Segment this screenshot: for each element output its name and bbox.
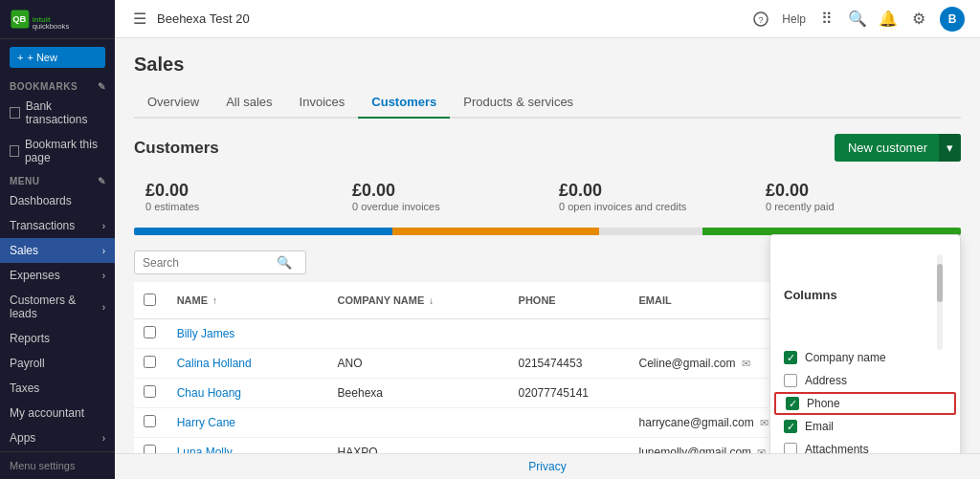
sidebar-item-customers-leads[interactable]: Customers & leads ›	[0, 288, 115, 326]
tab-invoices[interactable]: Invoices	[286, 87, 359, 119]
customers-title: Customers	[134, 139, 219, 158]
columns-popup: Columns ✓ Company name Address ✓ Phone	[769, 234, 961, 453]
customer-name[interactable]: Chau Hoang	[167, 379, 328, 408]
sidebar-item-my-accountant[interactable]: My accountant	[0, 401, 115, 425]
topbar-title: Beehexa Test 20	[157, 11, 250, 26]
customer-phone: 0215474453	[509, 349, 630, 379]
tab-overview[interactable]: Overview	[134, 87, 212, 119]
customer-name[interactable]: Billy James	[167, 319, 328, 349]
new-button[interactable]: + + New	[10, 47, 105, 68]
sidebar-item-expenses[interactable]: Expenses ›	[0, 263, 115, 288]
search-box[interactable]: 🔍	[134, 250, 306, 274]
popup-item-company-name[interactable]: ✓ Company name	[770, 346, 960, 369]
chevron-right-icon: ›	[102, 246, 105, 256]
search-input[interactable]	[143, 256, 277, 270]
logo: QB intuit quickbooks	[0, 0, 115, 39]
menu-header: MENU ✎	[0, 170, 115, 188]
footer: Privacy	[115, 453, 980, 479]
scrollbar-thumb[interactable]	[937, 264, 943, 302]
edit-icon[interactable]: ✎	[98, 176, 106, 186]
sidebar-item-sales[interactable]: Sales ›	[0, 238, 115, 263]
email-icon: ✉	[757, 446, 766, 453]
tab-products-services[interactable]: Products & services	[450, 87, 587, 119]
tabs: Overview All sales Invoices Customers Pr…	[134, 87, 961, 119]
popup-item-email[interactable]: ✓ Email	[770, 415, 960, 438]
sidebar-item-bookmark-page[interactable]: Bookmark this page	[0, 132, 115, 170]
checkbox-icon	[10, 107, 20, 119]
customer-phone: 02077745141	[509, 379, 630, 408]
sidebar-item-dashboards[interactable]: Dashboards	[0, 188, 115, 213]
dropdown-arrow-icon[interactable]: ▾	[939, 134, 961, 162]
tab-all-sales[interactable]: All sales	[212, 87, 285, 119]
content-area: Sales Overview All sales Invoices Custom…	[115, 38, 980, 453]
customer-name[interactable]: Harry Cane	[167, 408, 328, 438]
customer-company	[328, 408, 509, 438]
privacy-link[interactable]: Privacy	[528, 460, 566, 473]
customer-phone	[509, 408, 630, 438]
chevron-right-icon: ›	[102, 271, 105, 281]
popup-item-address[interactable]: Address	[770, 369, 960, 392]
gear-icon[interactable]: ⚙	[909, 10, 928, 29]
bar-orange	[392, 228, 599, 235]
col-header-name[interactable]: NAME ↑	[167, 282, 328, 319]
row-checkbox[interactable]	[144, 356, 156, 368]
checkbox-address[interactable]	[784, 374, 797, 387]
search-icon: 🔍	[277, 255, 292, 270]
checkbox-email[interactable]: ✓	[784, 420, 797, 433]
checkbox-attachments[interactable]	[784, 443, 797, 453]
section-header: Customers New customer ▾	[134, 134, 961, 162]
plus-icon: +	[17, 52, 23, 63]
topbar-right: ? Help ⠿ 🔍 🔔 ⚙ B	[751, 7, 965, 32]
customer-name[interactable]: Luna Molly	[167, 438, 328, 454]
svg-text:QB: QB	[12, 13, 26, 24]
search-icon[interactable]: 🔍	[848, 10, 867, 29]
new-customer-button[interactable]: New customer ▾	[835, 134, 961, 162]
customer-company	[328, 319, 509, 349]
row-checkbox[interactable]	[144, 445, 156, 453]
help-icon[interactable]: ?	[751, 10, 770, 29]
customer-company: ANO	[328, 349, 509, 379]
stat-open-invoices: £0.00 0 open invoices and credits	[547, 173, 754, 220]
sidebar-item-apps[interactable]: Apps ›	[0, 425, 115, 450]
checkbox-company-name[interactable]: ✓	[784, 351, 797, 364]
col-header-phone: PHONE	[509, 282, 630, 319]
checkbox-phone[interactable]: ✓	[786, 397, 799, 410]
sidebar-item-taxes[interactable]: Taxes	[0, 376, 115, 401]
chevron-right-icon: ›	[102, 433, 105, 444]
customer-company: HAXPO	[328, 438, 509, 454]
tab-customers[interactable]: Customers	[358, 87, 450, 119]
bar-blue	[134, 228, 392, 235]
user-avatar[interactable]: B	[940, 7, 965, 32]
customer-phone	[509, 319, 630, 349]
menu-settings[interactable]: Menu settings	[0, 451, 115, 479]
apps-grid-icon[interactable]: ⠿	[817, 10, 836, 29]
sidebar-item-bank-transactions[interactable]: Bank transactions	[0, 94, 115, 132]
new-customer-label: New customer	[848, 141, 927, 155]
row-checkbox[interactable]	[144, 415, 156, 427]
sidebar: QB intuit quickbooks + + New BOOKMARKS ✎…	[0, 0, 115, 479]
sidebar-item-payroll[interactable]: Payroll	[0, 351, 115, 376]
edit-icon[interactable]: ✎	[98, 81, 106, 92]
row-checkbox[interactable]	[144, 326, 156, 338]
bar-gray	[599, 228, 702, 235]
popup-item-attachments[interactable]: Attachments	[770, 438, 960, 453]
col-header-company[interactable]: COMPANY NAME ↓	[328, 282, 509, 319]
bookmarks-header: BOOKMARKS ✎	[0, 76, 115, 94]
menu-icon[interactable]: ☰	[130, 10, 149, 29]
email-icon: ✉	[760, 417, 768, 428]
stat-recently-paid: £0.00 0 recently paid	[754, 173, 961, 220]
row-checkbox[interactable]	[144, 385, 156, 398]
topbar: ☰ Beehexa Test 20 ? Help ⠿ 🔍 🔔 ⚙ B	[115, 0, 980, 38]
popup-item-phone[interactable]: ✓ Phone	[774, 392, 956, 415]
stats-row: £0.00 0 estimates £0.00 0 overdue invoic…	[134, 173, 961, 220]
sidebar-item-transactions[interactable]: Transactions ›	[0, 213, 115, 238]
chevron-right-icon: ›	[102, 221, 105, 231]
select-all-checkbox[interactable]	[144, 294, 156, 306]
chevron-right-icon: ›	[102, 302, 105, 313]
customer-name[interactable]: Calina Holland	[167, 349, 328, 379]
sidebar-item-reports[interactable]: Reports	[0, 326, 115, 351]
stat-estimates: £0.00 0 estimates	[134, 173, 341, 220]
checkbox-icon	[10, 145, 19, 157]
bell-icon[interactable]: 🔔	[879, 10, 898, 29]
stat-overdue: £0.00 0 overdue invoices	[341, 173, 547, 220]
